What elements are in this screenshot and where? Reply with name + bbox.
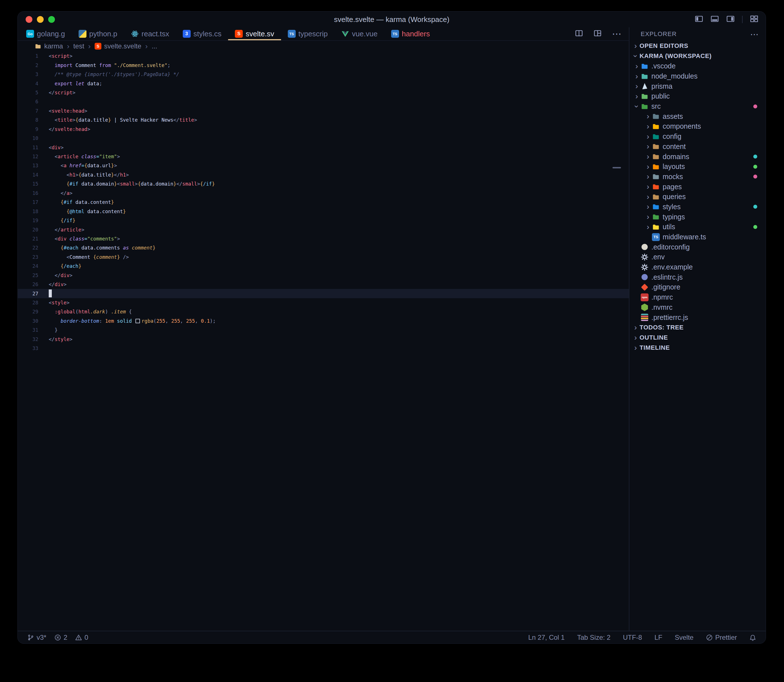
explorer-section-karma-workspace-[interactable]: ›KARMA (WORKSPACE) xyxy=(629,51,766,61)
line-number[interactable]: 27 xyxy=(18,291,38,296)
explorer-section-timeline[interactable]: ›TIMELINE xyxy=(629,343,766,353)
code-line-16[interactable]: 16 </a> xyxy=(18,189,629,198)
code-line-26[interactable]: 26</div> xyxy=(18,280,629,289)
tab-styles.cs[interactable]: 3styles.cs xyxy=(176,27,228,40)
line-number[interactable]: 5 xyxy=(18,90,38,96)
line-number[interactable]: 1 xyxy=(18,53,38,59)
line-number[interactable]: 8 xyxy=(18,117,38,123)
breadcrumb-item[interactable]: karma xyxy=(35,42,63,50)
grid-toggle-button[interactable] xyxy=(750,14,759,24)
line-number[interactable]: 6 xyxy=(18,99,38,104)
code-line-23[interactable]: 23 <Comment {comment} /> xyxy=(18,253,629,261)
explorer-section-open-editors[interactable]: ›OPEN EDITORS xyxy=(629,41,766,51)
code-line-33[interactable]: 33 xyxy=(18,344,629,353)
line-number[interactable]: 12 xyxy=(18,154,38,159)
panel-left-toggle-button[interactable] xyxy=(695,14,703,24)
code-line-29[interactable]: 29 :global(html.dark) .item { xyxy=(18,307,629,316)
line-number[interactable]: 25 xyxy=(18,272,38,278)
split-editor-button[interactable] xyxy=(575,29,583,38)
code-line-25[interactable]: 25 </div> xyxy=(18,271,629,280)
code-line-22[interactable]: 22 {#each data.comments as comment} xyxy=(18,243,629,252)
tree-item-.eslintrc.js[interactable]: ›.eslintrc.js xyxy=(629,272,766,282)
explorer-more-button[interactable]: ⋯ xyxy=(750,32,759,36)
code-line-4[interactable]: 4 export let data; xyxy=(18,79,629,88)
line-number[interactable]: 13 xyxy=(18,163,38,168)
line-number[interactable]: 7 xyxy=(18,108,38,114)
code-line-10[interactable]: 10 xyxy=(18,134,629,143)
tree-item-pages[interactable]: ›pages xyxy=(629,182,766,192)
line-number[interactable]: 33 xyxy=(18,346,38,351)
line-number[interactable]: 11 xyxy=(18,145,38,150)
line-number[interactable]: 22 xyxy=(18,245,38,250)
layout-editor-button[interactable] xyxy=(593,29,602,38)
status-item-2[interactable]: 2 xyxy=(54,634,67,641)
code-line-21[interactable]: 21 <div class="comments"> xyxy=(18,234,629,243)
code-line-1[interactable]: 1<script> xyxy=(18,51,629,61)
tree-item-public[interactable]: ›public xyxy=(629,91,766,101)
code-line-6[interactable]: 6 xyxy=(18,97,629,106)
line-number[interactable]: 15 xyxy=(18,181,38,187)
tree-item-.env.example[interactable]: ›.env.example xyxy=(629,262,766,272)
code-line-20[interactable]: 20 </article> xyxy=(18,225,629,234)
status-item-lf[interactable]: LF xyxy=(655,634,662,641)
more-editor-button[interactable]: ⋯ xyxy=(612,29,621,38)
breadcrumb-item[interactable]: test xyxy=(73,42,84,50)
status-item-tab-size-2[interactable]: Tab Size: 2 xyxy=(577,634,610,641)
line-number[interactable]: 23 xyxy=(18,254,38,260)
code-line-7[interactable]: 7<svelte:head> xyxy=(18,107,629,115)
tree-item-prisma[interactable]: ›prisma xyxy=(629,81,766,91)
title-bar[interactable]: svelte.svelte — karma (Workspace) xyxy=(18,11,766,27)
line-number[interactable]: 16 xyxy=(18,190,38,196)
code-line-11[interactable]: 11<div> xyxy=(18,143,629,152)
code-line-27[interactable]: 27 xyxy=(18,289,629,298)
tree-item-.vscode[interactable]: ›.vscode xyxy=(629,61,766,71)
line-number[interactable]: 26 xyxy=(18,282,38,287)
tree-item-middleware.ts[interactable]: ›TSmiddleware.ts xyxy=(629,232,766,242)
status-item-0[interactable]: 0 xyxy=(75,634,88,641)
code-line-14[interactable]: 14 <h1>{data.title}</h1> xyxy=(18,170,629,179)
code-line-24[interactable]: 24 {/each} xyxy=(18,261,629,271)
code-line-32[interactable]: 32</style> xyxy=(18,335,629,344)
tree-item-typings[interactable]: ›typings xyxy=(629,212,766,222)
code-line-30[interactable]: 30 border-bottom: 1em solid rgba(255, 25… xyxy=(18,317,629,325)
panel-bottom-toggle-button[interactable] xyxy=(711,14,719,24)
line-number[interactable]: 19 xyxy=(18,218,38,223)
line-number[interactable]: 18 xyxy=(18,209,38,214)
code-line-5[interactable]: 5</script> xyxy=(18,88,629,97)
line-number[interactable]: 29 xyxy=(18,309,38,314)
tab-svelte.sv[interactable]: Ssvelte.sv xyxy=(228,27,281,40)
tree-item-.gitignore[interactable]: ›.gitignore xyxy=(629,282,766,292)
code-line-28[interactable]: 28<style> xyxy=(18,298,629,307)
line-number[interactable]: 28 xyxy=(18,300,38,306)
tab-python.p[interactable]: python.p xyxy=(72,27,124,40)
code-line-19[interactable]: 19 {/if} xyxy=(18,216,629,225)
line-number[interactable]: 30 xyxy=(18,318,38,324)
explorer-section-outline[interactable]: ›OUTLINE xyxy=(629,333,766,343)
tree-item-config[interactable]: ›config xyxy=(629,132,766,142)
breadcrumb-item[interactable]: ... xyxy=(151,42,157,50)
status-item-bell[interactable] xyxy=(749,634,756,641)
code-line-13[interactable]: 13 <a href={data.url}> xyxy=(18,161,629,170)
line-number[interactable]: 24 xyxy=(18,263,38,269)
line-number[interactable]: 31 xyxy=(18,327,38,333)
status-item-v3-[interactable]: v3* xyxy=(27,634,46,641)
status-item-svelte[interactable]: Svelte xyxy=(675,634,693,641)
line-number[interactable]: 2 xyxy=(18,62,38,68)
code-line-2[interactable]: 2 import Comment from "./Comment.svelte"… xyxy=(18,61,629,70)
color-swatch[interactable] xyxy=(135,319,140,323)
code-line-18[interactable]: 18 {@html data.content} xyxy=(18,207,629,216)
explorer-section-todos-tree[interactable]: ›TODOS: TREE xyxy=(629,322,766,333)
tree-item-utils[interactable]: ›utils xyxy=(629,222,766,232)
line-number[interactable]: 21 xyxy=(18,236,38,242)
line-number[interactable]: 10 xyxy=(18,135,38,141)
line-number[interactable]: 20 xyxy=(18,227,38,233)
tree-item-layouts[interactable]: ›layouts xyxy=(629,162,766,172)
tree-item-.editorconfig[interactable]: ›.editorconfig xyxy=(629,242,766,252)
status-item-ln-27-col-1[interactable]: Ln 27, Col 1 xyxy=(528,634,565,641)
tree-item-content[interactable]: ›content xyxy=(629,142,766,152)
line-number[interactable]: 4 xyxy=(18,81,38,86)
line-number[interactable]: 14 xyxy=(18,172,38,178)
status-item-prettier[interactable]: Prettier xyxy=(706,634,737,641)
tree-item-.prettierrc.js[interactable]: ›.prettierrc.js xyxy=(629,312,766,322)
code-line-12[interactable]: 12 <article class="item"> xyxy=(18,152,629,161)
